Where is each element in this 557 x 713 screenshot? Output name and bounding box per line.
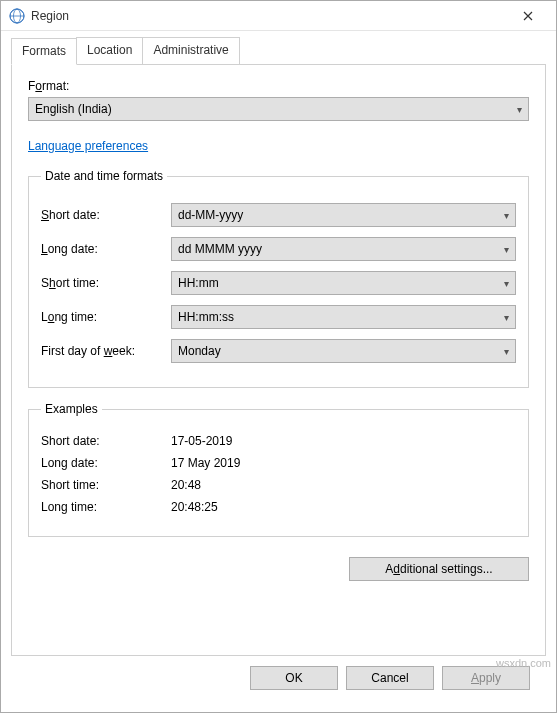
format-label: Format: <box>28 79 529 93</box>
ex-short-date-value: 17-05-2019 <box>171 434 232 448</box>
watermark: wsxdn.com <box>496 657 551 669</box>
tab-administrative[interactable]: Administrative <box>142 37 239 64</box>
ex-long-time-value: 20:48:25 <box>171 500 218 514</box>
ex-long-date-value: 17 May 2019 <box>171 456 240 470</box>
short-date-combo[interactable]: dd-MM-yyyy ▾ <box>171 203 516 227</box>
ex-long-time-label: Long time: <box>41 500 171 514</box>
chevron-down-icon: ▾ <box>504 278 509 289</box>
ex-long-date-label: Long date: <box>41 456 171 470</box>
cancel-button[interactable]: Cancel <box>346 666 434 690</box>
window-title: Region <box>31 9 508 23</box>
examples-legend: Examples <box>41 402 102 416</box>
long-time-combo[interactable]: HH:mm:ss ▾ <box>171 305 516 329</box>
first-day-label: First day of week: <box>41 344 171 358</box>
close-button[interactable] <box>508 1 548 30</box>
tab-strip: Formats Location Administrative <box>11 37 546 64</box>
ex-short-date-label: Short date: <box>41 434 171 448</box>
dialog-footer: OK Cancel Apply <box>11 656 546 702</box>
additional-settings-button[interactable]: Additional settings... <box>349 557 529 581</box>
chevron-down-icon: ▾ <box>504 346 509 357</box>
format-combo[interactable]: English (India) ▾ <box>28 97 529 121</box>
short-time-label: Short time: <box>41 276 171 290</box>
globe-icon <box>9 8 25 24</box>
long-time-label: Long time: <box>41 310 171 324</box>
examples-group: Examples Short date:17-05-2019 Long date… <box>28 402 529 537</box>
ex-short-time-value: 20:48 <box>171 478 201 492</box>
client-area: Formats Location Administrative Format: … <box>1 31 556 712</box>
long-time-value: HH:mm:ss <box>178 310 234 324</box>
tab-formats[interactable]: Formats <box>11 38 77 65</box>
format-combo-value: English (India) <box>35 102 112 116</box>
chevron-down-icon: ▾ <box>517 104 522 115</box>
first-day-combo[interactable]: Monday ▾ <box>171 339 516 363</box>
chevron-down-icon: ▾ <box>504 210 509 221</box>
short-date-label: Short date: <box>41 208 171 222</box>
ex-short-time-label: Short time: <box>41 478 171 492</box>
first-day-value: Monday <box>178 344 221 358</box>
apply-button[interactable]: Apply <box>442 666 530 690</box>
date-time-formats-group: Date and time formats Short date: dd-MM-… <box>28 169 529 388</box>
short-date-value: dd-MM-yyyy <box>178 208 243 222</box>
titlebar: Region <box>1 1 556 31</box>
tab-location[interactable]: Location <box>76 37 143 64</box>
long-date-value: dd MMMM yyyy <box>178 242 262 256</box>
ok-button[interactable]: OK <box>250 666 338 690</box>
region-dialog: Region Formats Location Administrative F… <box>0 0 557 713</box>
tab-pane-formats: Format: English (India) ▾ Language prefe… <box>11 64 546 656</box>
short-time-combo[interactable]: HH:mm ▾ <box>171 271 516 295</box>
chevron-down-icon: ▾ <box>504 244 509 255</box>
language-preferences-link[interactable]: Language preferences <box>28 139 529 153</box>
chevron-down-icon: ▾ <box>504 312 509 323</box>
long-date-label: Long date: <box>41 242 171 256</box>
long-date-combo[interactable]: dd MMMM yyyy ▾ <box>171 237 516 261</box>
date-time-formats-legend: Date and time formats <box>41 169 167 183</box>
short-time-value: HH:mm <box>178 276 219 290</box>
